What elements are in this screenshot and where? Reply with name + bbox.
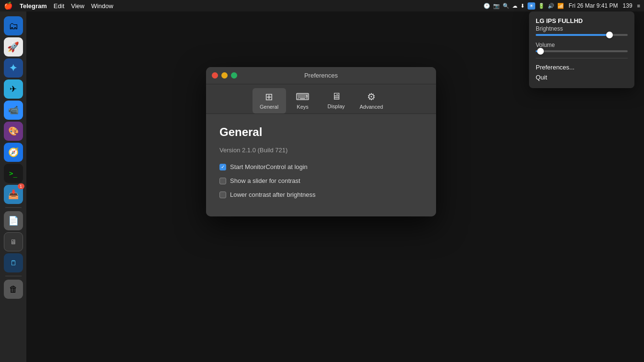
downloader-badge: 1 [18,183,24,189]
upload-icon: ☁ [512,3,518,9]
display-label: Display [327,103,345,109]
battery-icon: 🔋 [538,3,545,9]
menubar-left: 🍎 Telegram Edit View Window [4,1,113,10]
label-lower-contrast: Lower contrast after brightness [230,191,315,198]
telegram-icon: ✈ [10,84,17,94]
general-label: General [260,104,278,110]
checkbox-row-show-contrast: Show a slider for contrast [219,177,423,184]
label-start-login: Start MonitorControl at login [230,163,308,170]
window-menu[interactable]: Window [91,2,113,10]
titlebar: Preferences [206,67,436,84]
brightness-thumb[interactable] [606,32,613,38]
checkbox-row-start-login: Start MonitorControl at login [219,163,423,170]
maximize-button[interactable] [231,72,237,79]
prefs-content: General Version 2.1.0 (Build 721) Start … [206,114,436,216]
edit-menu[interactable]: Edit [54,2,64,10]
dock-separator [5,207,22,208]
dock-item-downloader[interactable]: 📥 1 [4,185,23,204]
volume-icon: 🔊 [548,3,554,9]
minimize-button[interactable] [221,72,228,79]
section-title: General [219,125,423,139]
brightness-label: Brightness [536,25,628,32]
brightness-slider[interactable] [536,34,628,36]
menubar-right: 🕐 📷 🔍 ☁ ⬇ ☀ 🔋 🔊 📶 Fri 26 Mar 9:41 PM 139… [483,2,640,10]
close-button[interactable] [212,72,218,79]
dock-item-desktop[interactable]: 🖥 [4,232,23,251]
dock-item-document[interactable]: 📄 [4,211,23,230]
zoom-icon: 📹 [8,105,19,115]
toolbar-keys[interactable]: ⌨ Keys [286,88,320,113]
dock-item-creativit[interactable]: 🎨 [4,122,23,141]
label-show-contrast: Show a slider for contrast [230,177,300,184]
display-icon: 🖥 [332,91,341,102]
monitor-dropdown: LG IPS FULLHD Brightness Volume Preferen… [529,11,634,88]
datetime: Fri 26 Mar 9:41 PM [569,2,618,9]
dock-item-safari[interactable]: 🧭 [4,143,23,162]
downloader-icon: 📥 [8,189,19,200]
preferences-menu-item[interactable]: Preferences... [536,62,628,72]
volume-thumb[interactable] [537,48,544,55]
dropdown-divider [536,58,628,58]
toolbar-general[interactable]: ⊞ General [253,88,286,113]
clock-icon: 🕐 [483,3,490,9]
keys-label: Keys [297,104,308,110]
menubar-icons: 🕐 📷 🔍 ☁ ⬇ ☀ 🔋 🔊 📶 [483,2,564,10]
dock-item-notes[interactable]: 🗒 [4,253,23,272]
document-icon: 📄 [8,215,19,226]
menu-extra-icon: ≡ [637,3,640,9]
monitor-icon[interactable]: ☀ [528,2,535,10]
version-text: Version 2.1.0 (Build 721) [219,147,423,154]
volume-label: Volume [536,42,628,48]
checkbox-start-login[interactable] [219,164,226,170]
battery-count: 139 [623,2,632,9]
window-title: Preferences [304,72,338,79]
checkbox-lower-contrast[interactable] [219,192,226,198]
dock-separator-2 [5,276,22,276]
advanced-icon: ⚙ [367,91,376,102]
window-controls [212,72,237,79]
launchpad-icon: 🚀 [7,41,19,53]
preferences-window: Preferences ⊞ General ⌨ Keys 🖥 Display ⚙… [206,67,436,216]
app-name[interactable]: Telegram [20,2,47,10]
menubar: 🍎 Telegram Edit View Window 🕐 📷 🔍 ☁ ⬇ ☀ … [0,0,644,11]
notes-icon: 🗒 [10,259,17,267]
quit-menu-item[interactable]: Quit [536,72,628,82]
dock-item-launchpad[interactable]: 🚀 [4,37,23,57]
advanced-label: Advanced [360,104,383,110]
dock-item-zoom[interactable]: 📹 [4,101,23,120]
dock-item-vscode[interactable]: ✦ [4,58,23,78]
monitor-name: LG IPS FULLHD [536,17,628,24]
vscode-icon: ✦ [9,62,17,74]
general-icon: ⊞ [265,91,273,102]
toolbar-advanced[interactable]: ⚙ Advanced [353,88,390,113]
trash-icon: 🗑 [9,284,18,294]
checkbox-show-contrast[interactable] [219,178,226,184]
brightness-fill [536,34,610,36]
download-icon: ⬇ [520,3,525,9]
toolbar-display[interactable]: 🖥 Display [320,88,353,113]
creativit-icon: 🎨 [8,126,19,136]
dock-item-terminal[interactable]: >_ [4,164,23,183]
safari-icon: 🧭 [8,147,19,158]
dock-item-finder[interactable]: 🗂 [4,16,23,35]
wifi-icon: 📶 [557,3,564,9]
view-menu[interactable]: View [71,2,84,10]
volume-slider[interactable] [536,50,628,52]
prefs-toolbar: ⊞ General ⌨ Keys 🖥 Display ⚙ Advanced [206,84,436,114]
apple-menu[interactable]: 🍎 [4,1,13,10]
desktop-icon: 🖥 [10,238,17,246]
camera-icon: 📷 [493,3,500,9]
terminal-icon: >_ [9,170,17,177]
dock-item-trash[interactable]: 🗑 [4,280,23,299]
keys-icon: ⌨ [296,91,310,102]
dock: 🗂 🚀 ✦ ✈ 📹 🎨 🧭 >_ 📥 1 📄 🖥 🗒 🗑 [0,11,26,362]
search-icon: 🔍 [503,3,509,9]
finder-icon: 🗂 [9,21,18,32]
dock-item-telegram[interactable]: ✈ [4,79,23,99]
checkbox-row-lower-contrast: Lower contrast after brightness [219,191,423,198]
